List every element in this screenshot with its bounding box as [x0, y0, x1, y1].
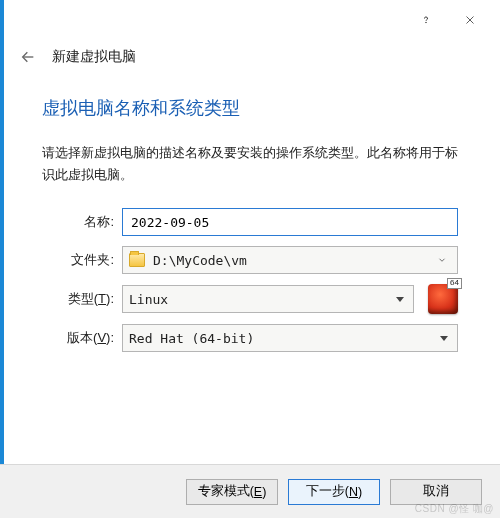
cancel-button[interactable]: 取消: [390, 479, 482, 505]
close-button[interactable]: [448, 5, 492, 35]
row-version: 版本(V): Red Hat (64-bit): [42, 324, 458, 352]
folder-select[interactable]: D:\MyCode\vm: [122, 246, 458, 274]
svg-point-0: [426, 22, 427, 23]
row-type: 类型(T): Linux 64: [42, 284, 458, 314]
wizard-header: 新建虚拟电脑: [0, 40, 500, 84]
back-button[interactable]: [20, 49, 36, 65]
os-icon: 64: [428, 284, 458, 314]
section-title: 虚拟电脑名称和系统类型: [42, 96, 458, 120]
help-icon: [420, 14, 432, 26]
titlebar: [0, 0, 500, 40]
folder-value: D:\MyCode\vm: [153, 253, 247, 268]
row-folder: 文件夹: D:\MyCode\vm: [42, 246, 458, 274]
window-left-accent: [0, 0, 4, 518]
wizard-title: 新建虚拟电脑: [52, 48, 136, 66]
next-button[interactable]: 下一步(N): [288, 479, 380, 505]
type-value: Linux: [129, 292, 168, 307]
expert-mode-button[interactable]: 专家模式(E): [186, 479, 278, 505]
version-value: Red Hat (64-bit): [129, 331, 254, 346]
content-area: 虚拟电脑名称和系统类型 请选择新虚拟电脑的描述名称及要安装的操作系统类型。此名称…: [0, 96, 500, 352]
back-arrow-icon: [20, 49, 36, 65]
dropdown-triangle-icon: [393, 297, 407, 302]
close-icon: [464, 14, 476, 26]
row-name: 名称:: [42, 208, 458, 236]
help-button[interactable]: [404, 5, 448, 35]
label-type: 类型(T):: [42, 290, 114, 308]
label-name: 名称:: [42, 213, 114, 231]
footer: 专家模式(E) 下一步(N) 取消: [0, 464, 500, 518]
label-folder: 文件夹:: [42, 251, 114, 269]
label-version: 版本(V):: [42, 329, 114, 347]
name-input[interactable]: [122, 208, 458, 236]
bit-badge: 64: [447, 278, 462, 289]
chevron-down-icon: [433, 255, 451, 265]
section-description: 请选择新虚拟电脑的描述名称及要安装的操作系统类型。此名称将用于标识此虚拟电脑。: [42, 142, 458, 186]
type-select[interactable]: Linux: [122, 285, 414, 313]
folder-icon: [129, 253, 145, 267]
version-select[interactable]: Red Hat (64-bit): [122, 324, 458, 352]
dropdown-triangle-icon: [437, 336, 451, 341]
